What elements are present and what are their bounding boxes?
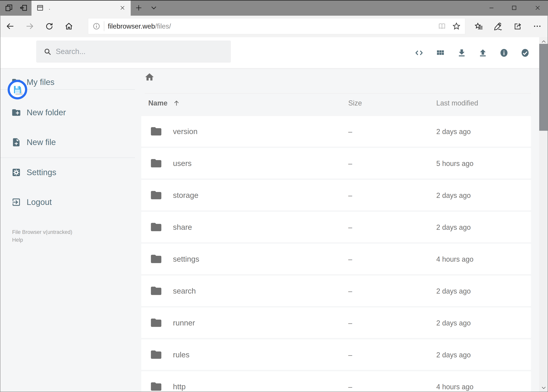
window-border (0, 16, 0, 392)
back-button[interactable] (4, 20, 17, 33)
sidebar-item-new-file[interactable]: New file (0, 134, 135, 150)
new-tab-button[interactable] (133, 2, 145, 14)
file-size: – (348, 255, 352, 264)
app-version-text: File Browser v(untracked) (12, 228, 72, 236)
share-icon (513, 22, 522, 31)
listing-divider (145, 93, 531, 94)
set-tabs-aside-button[interactable] (18, 2, 29, 14)
search-input[interactable] (56, 47, 231, 56)
sidebar-item-label: Settings (27, 168, 56, 177)
reading-view-button[interactable] (436, 20, 448, 32)
column-header-name[interactable]: Name (148, 99, 180, 108)
maximize-button[interactable] (505, 0, 523, 16)
page-scrollbar[interactable] (539, 37, 548, 392)
file-name: http (173, 382, 186, 391)
minimize-button[interactable] (482, 0, 500, 16)
file-name: version (173, 127, 198, 136)
tab-list-dropdown-button[interactable] (148, 2, 160, 14)
file-row-rules[interactable]: rules – 2 days ago (141, 339, 531, 370)
file-size: – (348, 287, 352, 295)
ellipsis-icon (533, 22, 542, 31)
tab-preview-icon (5, 4, 13, 12)
refresh-button[interactable] (43, 20, 56, 33)
breadcrumb-home-button[interactable] (144, 72, 155, 83)
filebrowser-logo[interactable] (8, 80, 27, 99)
file-modified: 4 hours ago (436, 383, 473, 391)
url-text: filebrowser.web/files/ (108, 22, 171, 30)
download-button[interactable] (454, 45, 469, 60)
browser-window: . (0, 0, 548, 392)
web-note-pen-icon (494, 22, 503, 31)
column-header-modified[interactable]: Last modified (436, 99, 478, 108)
reading-view-icon (438, 22, 446, 30)
back-icon (6, 22, 15, 31)
folder-icon (150, 125, 162, 138)
file-row-version[interactable]: version – 2 days ago (141, 116, 531, 147)
url-path: /files/ (155, 22, 171, 30)
file-name: runner (173, 318, 195, 327)
file-modified: 2 days ago (436, 287, 471, 295)
file-row-search[interactable]: search – 2 days ago (141, 276, 531, 306)
folder-icon (150, 348, 162, 361)
tab-title: . (49, 5, 118, 11)
sort-ascending-icon (173, 99, 180, 107)
sidebar-item-logout[interactable]: Logout (0, 194, 135, 210)
file-row-share[interactable]: share – 2 days ago (141, 212, 531, 242)
url-field[interactable]: filebrowser.web/files/ (88, 18, 465, 34)
favorite-star-icon (452, 22, 461, 31)
sidebar-item-settings[interactable]: Settings (0, 164, 135, 181)
site-info-button[interactable] (91, 21, 102, 32)
file-row-runner[interactable]: runner – 2 days ago (141, 308, 531, 338)
code-view-button[interactable] (412, 45, 427, 60)
file-row-settings[interactable]: settings – 4 hours ago (141, 244, 531, 274)
scrollbar-thumb[interactable] (539, 44, 548, 131)
file-row-storage[interactable]: storage – 2 days ago (141, 180, 531, 210)
browser-menu-button[interactable] (530, 20, 544, 33)
add-favorite-button[interactable] (451, 20, 462, 32)
file-size: – (348, 223, 352, 232)
select-multiple-button[interactable] (518, 45, 533, 60)
tab-dropdown-icon (150, 4, 158, 12)
home-icon (64, 22, 73, 31)
file-name: rules (173, 350, 190, 359)
close-icon (119, 5, 125, 11)
code-icon (414, 48, 424, 58)
share-button[interactable] (511, 20, 525, 33)
sidebar-divider (0, 158, 135, 158)
tab-close-button[interactable] (118, 4, 127, 12)
file-info-button[interactable] (497, 45, 511, 60)
folder-icon (150, 285, 162, 297)
hub-button[interactable] (472, 20, 486, 33)
file-row-users[interactable]: users – 5 hours ago (141, 148, 531, 178)
sidebar-item-label: My files (27, 77, 54, 87)
folder-icon (150, 380, 162, 392)
file-name: search (173, 287, 196, 295)
hub-icon (474, 22, 483, 31)
search-bar[interactable] (36, 41, 231, 63)
sidebar-footer: File Browser v(untracked) Help (12, 228, 72, 244)
upload-button[interactable] (475, 45, 490, 60)
forward-button[interactable] (23, 20, 36, 33)
scroll-down-button[interactable] (539, 383, 548, 392)
column-header-size[interactable]: Size (348, 99, 362, 108)
browser-home-button[interactable] (62, 20, 75, 33)
help-link[interactable]: Help (12, 236, 72, 244)
file-size: – (348, 319, 352, 327)
file-list: version – 2 days ago users – 5 hours ago… (141, 116, 531, 392)
titlebar: . (0, 0, 548, 16)
file-modified: 5 hours ago (436, 159, 473, 168)
check-circle-icon (520, 48, 530, 58)
window-close-button[interactable] (529, 0, 547, 16)
refresh-icon (45, 22, 54, 31)
grid-view-button[interactable] (433, 45, 448, 60)
search-icon (43, 47, 52, 56)
file-row-http[interactable]: http – 4 hours ago (141, 371, 531, 392)
close-icon (535, 5, 541, 11)
web-note-button[interactable] (491, 20, 505, 33)
sidebar-item-new-folder[interactable]: New folder (0, 104, 135, 121)
browser-tab[interactable]: . (32, 0, 131, 16)
logout-icon (11, 197, 21, 207)
maximize-icon (511, 5, 517, 11)
sidebar-item-label: New file (27, 138, 56, 147)
tab-preview-button[interactable] (3, 2, 15, 14)
